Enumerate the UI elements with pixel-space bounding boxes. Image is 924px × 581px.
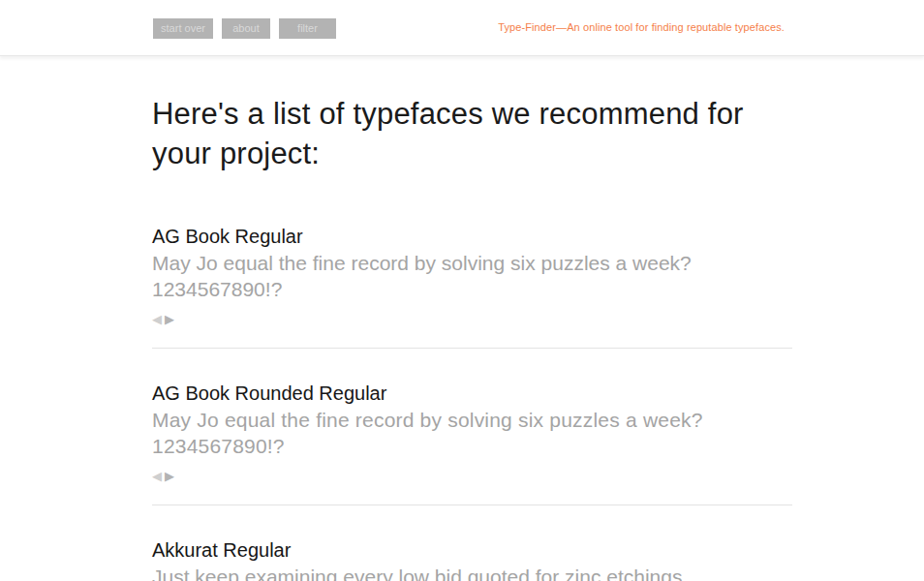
- header: start over about filter Type-Finder—An o…: [0, 0, 924, 56]
- typeface-sample: May Jo equal the fine record by solving …: [152, 407, 792, 459]
- typeface-entry: Akkurat Regular Just keep examining ever…: [152, 505, 792, 581]
- typeface-name: Akkurat Regular: [152, 538, 792, 562]
- typeface-sample: Just keep examining every low bid quoted…: [152, 564, 792, 581]
- nav-buttons: start over about filter: [153, 18, 336, 39]
- prev-style-arrow-icon[interactable]: ◀: [152, 469, 162, 483]
- prev-style-arrow-icon[interactable]: ◀: [152, 312, 162, 326]
- style-pager: ◀ ▶: [152, 312, 792, 326]
- typeface-name: AG Book Rounded Regular: [152, 382, 792, 405]
- page-title: Here's a list of typefaces we recommend …: [152, 94, 782, 173]
- typeface-name: AG Book Regular: [152, 225, 792, 248]
- start-over-button[interactable]: start over: [153, 18, 213, 39]
- typeface-list: AG Book Regular May Jo equal the fine re…: [152, 225, 792, 581]
- typeface-sample: May Jo equal the fine record by solving …: [152, 250, 792, 302]
- sample-text-line: May Jo equal the fine record by solving …: [152, 250, 792, 276]
- typeface-entry: AG Book Regular May Jo equal the fine re…: [152, 225, 792, 348]
- next-style-arrow-icon[interactable]: ▶: [165, 312, 174, 326]
- sample-text-line: May Jo equal the fine record by solving …: [152, 407, 792, 433]
- main-content: Here's a list of typefaces we recommend …: [152, 94, 792, 581]
- sample-text-line: Just keep examining every low bid quoted…: [152, 564, 792, 581]
- app-tagline: Type-Finder—An online tool for finding r…: [498, 21, 785, 33]
- sample-text-line: 1234567890!?: [152, 276, 792, 302]
- about-button[interactable]: about: [222, 18, 270, 39]
- typeface-entry: AG Book Rounded Regular May Jo equal the…: [152, 348, 792, 505]
- sample-text-line: 1234567890!?: [152, 433, 792, 459]
- filter-button[interactable]: filter: [279, 18, 336, 39]
- next-style-arrow-icon[interactable]: ▶: [165, 469, 174, 483]
- style-pager: ◀ ▶: [152, 469, 792, 483]
